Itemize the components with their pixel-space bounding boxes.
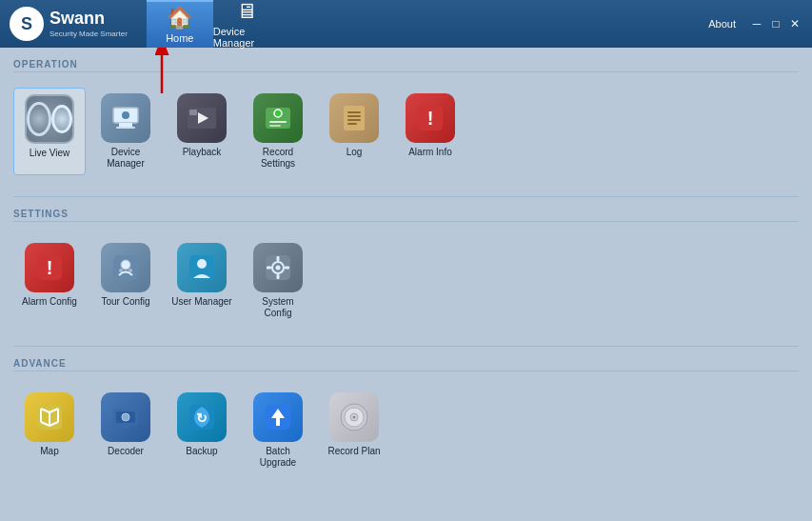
svg-rect-8 [189,110,197,115]
svg-point-10 [274,110,282,117]
svg-point-24 [119,269,123,272]
svg-rect-12 [269,125,281,127]
svg-rect-4 [116,127,135,129]
tour-config-svg [109,251,142,284]
batch-upgrade-svg [262,401,294,433]
svg-rect-46 [122,426,129,429]
icon-tour-config[interactable]: Tour Config [89,237,162,325]
icon-decoder-label: Decoder [108,446,144,457]
logo-subtitle: Security Made Smarter [50,30,128,39]
icon-map[interactable]: Map [13,387,86,474]
section-advance: ADVANCE Map [0,347,812,495]
icon-live-view[interactable]: Live View [13,88,86,175]
tab-device-manager-label: Device Manager [213,26,280,49]
icon-backup[interactable]: ↻ Backup [166,387,238,474]
icon-tour-config-label: Tour Config [101,296,149,308]
svg-rect-16 [347,119,361,121]
minimize-button[interactable]: ─ [749,16,764,31]
icon-system-config-label: SystemConfig [262,296,293,319]
icon-user-manager[interactable]: User Manager [166,237,238,325]
log-svg [338,102,370,134]
icon-batch-upgrade-label: BatchUpgrade [260,446,296,469]
icon-backup-label: Backup [186,446,217,457]
window-controls: About ─ □ ✕ [708,16,802,31]
logo-area: S Swann Security Made Smarter [10,7,128,41]
main-content: OPERATION Live View DeviceManager [0,48,812,521]
svg-rect-33 [267,267,271,270]
backup-svg: ↻ [186,401,218,433]
icon-playback-label: Playback [183,147,222,158]
advance-icons-grid: Map Decoder [13,379,799,482]
svg-point-45 [122,413,129,421]
icon-device-manager[interactable]: DeviceManager [89,88,162,175]
svg-rect-17 [347,123,357,125]
icon-playback[interactable]: Playback [166,88,238,175]
svg-rect-14 [347,111,361,113]
icon-log-label: Log [347,147,363,158]
record-plan-svg [338,401,370,433]
live-view-lens [51,105,72,133]
alarm-info-svg: ! [414,102,446,134]
device-manager-svg [109,102,142,134]
svg-rect-31 [277,256,280,261]
icon-alarm-info-label: Alarm Info [408,147,452,158]
svg-rect-32 [277,274,280,279]
svg-point-54 [353,416,356,419]
svg-point-30 [276,266,281,271]
titlebar: S Swann Security Made Smarter 🏠 Home 🖥 D… [0,0,812,48]
svg-rect-15 [347,115,361,117]
svg-rect-13 [344,106,365,130]
restore-button[interactable]: □ [768,16,783,31]
user-manager-svg [186,251,218,284]
svg-rect-11 [269,121,287,123]
section-operation-label: OPERATION [13,55,799,72]
svg-point-27 [197,259,207,269]
icon-decoder[interactable]: Decoder [89,387,162,474]
icon-batch-upgrade[interactable]: BatchUpgrade [242,387,314,474]
section-settings-label: SETTINGS [13,205,799,222]
icon-alarm-info[interactable]: ! Alarm Info [394,88,466,175]
icon-log[interactable]: Log [318,88,390,175]
playback-svg [186,102,218,134]
icon-record-settings[interactable]: RecordSettings [242,88,314,175]
icon-device-manager-label: DeviceManager [107,147,144,170]
svg-point-5 [122,111,129,119]
logo-name: Swann [50,9,128,30]
icon-record-plan[interactable]: Record Plan [318,387,390,474]
section-settings: SETTINGS ! Alarm Config [0,197,812,346]
svg-text:!: ! [427,108,434,129]
about-button[interactable]: About [708,18,736,30]
icon-alarm-config-label: Alarm Config [22,296,77,308]
tab-home-label: Home [166,32,193,44]
icon-system-config[interactable]: SystemConfig [242,237,314,325]
nav-tabs: 🏠 Home 🖥 Device Manager [147,0,280,48]
map-svg [33,401,66,433]
svg-text:!: ! [47,257,53,278]
svg-text:↻: ↻ [196,411,208,426]
alarm-config-svg: ! [33,251,66,284]
icon-live-view-label: Live View [30,148,70,159]
operation-icons-grid: Live View DeviceManager [13,80,799,183]
svg-point-23 [121,260,130,270]
icon-map-label: Map [40,446,58,457]
device-manager-nav-icon: 🖥 [236,0,257,24]
tab-home[interactable]: 🏠 Home [147,0,213,48]
icon-alarm-config[interactable]: ! Alarm Config [13,237,86,325]
settings-icons-grid: ! Alarm Config Tour Config [13,230,799,332]
home-icon: 🏠 [167,6,192,30]
system-config-svg [262,251,294,284]
close-button[interactable]: ✕ [787,16,802,31]
record-settings-svg [262,102,294,134]
svg-rect-34 [285,267,289,270]
icon-user-manager-label: User Manager [171,296,231,308]
icon-record-plan-label: Record Plan [327,446,380,457]
svg-point-25 [129,269,132,272]
decoder-svg [109,401,142,433]
section-operation: OPERATION Live View DeviceManager [0,48,812,196]
tab-device-manager[interactable]: 🖥 Device Manager [213,0,280,48]
logo-icon: S [10,7,44,41]
section-advance-label: ADVANCE [13,354,799,371]
icon-record-settings-label: RecordSettings [261,147,295,170]
svg-rect-3 [119,123,132,127]
